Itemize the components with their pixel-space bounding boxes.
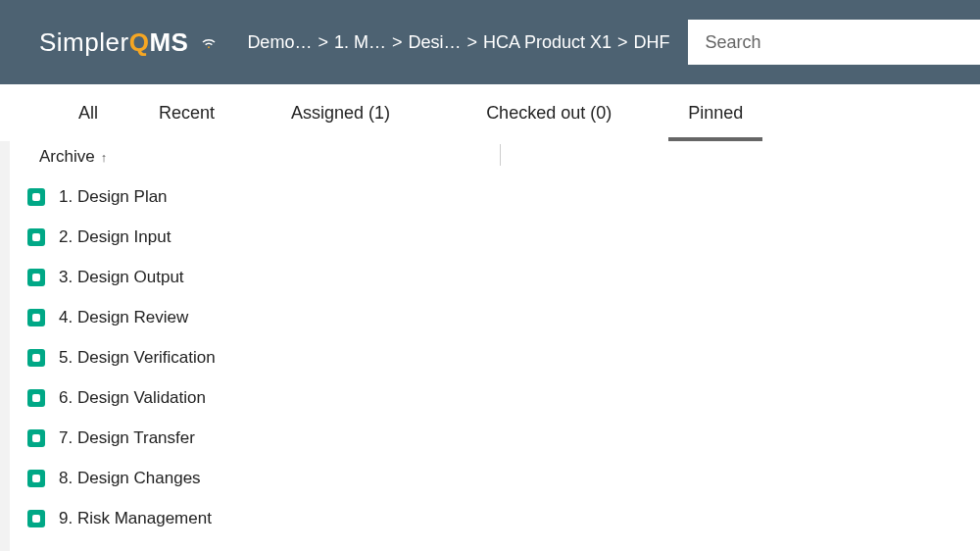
list-item[interactable]: 9. Risk Management bbox=[27, 498, 980, 538]
breadcrumb-segment[interactable]: Desi… bbox=[408, 32, 461, 53]
content-area: Archive ↑ 1. Design Plan 2. Design Input… bbox=[0, 141, 980, 551]
folder-icon bbox=[27, 228, 45, 246]
logo-text: SimplerQMS bbox=[39, 27, 188, 58]
list-item[interactable]: 3. Design Output bbox=[27, 257, 980, 297]
tab-assigned[interactable]: Assigned (1) bbox=[271, 84, 410, 141]
list-item-label: 3. Design Output bbox=[59, 268, 184, 287]
tab-bar: All Recent Assigned (1) Checked out (0) … bbox=[0, 84, 980, 141]
chevron-right-icon: > bbox=[617, 32, 628, 53]
folder-icon bbox=[27, 349, 45, 367]
list-item[interactable]: 5. Design Verification bbox=[27, 337, 980, 377]
breadcrumb-segment[interactable]: 1. M… bbox=[334, 32, 386, 53]
chevron-right-icon: > bbox=[392, 32, 403, 53]
chevron-right-icon: > bbox=[466, 32, 477, 53]
folder-list: 1. Design Plan 2. Design Input 3. Design… bbox=[10, 176, 980, 538]
wifi-icon bbox=[200, 33, 218, 51]
folder-icon bbox=[27, 269, 45, 286]
folder-icon bbox=[27, 470, 45, 487]
list-item-label: 4. Design Review bbox=[59, 308, 188, 327]
svg-point-0 bbox=[208, 46, 210, 48]
column-header-archive[interactable]: Archive ↑ bbox=[10, 141, 980, 176]
list-item[interactable]: 8. Design Changes bbox=[27, 458, 980, 498]
folder-icon bbox=[27, 309, 45, 326]
column-header-label: Archive bbox=[39, 147, 95, 167]
list-item-label: 6. Design Validation bbox=[59, 388, 206, 408]
breadcrumb-segment[interactable]: HCA Product X1 bbox=[483, 32, 612, 53]
folder-icon bbox=[27, 188, 45, 206]
list-item[interactable]: 7. Design Transfer bbox=[27, 418, 980, 458]
chevron-right-icon: > bbox=[318, 32, 328, 53]
list-item-label: 8. Design Changes bbox=[59, 469, 201, 488]
app-header: SimplerQMS Demo… > 1. M… > Desi… > HCA P… bbox=[0, 0, 980, 84]
search-box[interactable] bbox=[688, 20, 980, 65]
breadcrumb-segment[interactable]: DHF bbox=[634, 32, 670, 53]
list-item-label: 1. Design Plan bbox=[59, 187, 168, 207]
list-item[interactable]: 6. Design Validation bbox=[27, 377, 980, 418]
breadcrumb: Demo… > 1. M… > Desi… > HCA Product X1 >… bbox=[247, 32, 669, 53]
breadcrumb-segment[interactable]: Demo… bbox=[247, 32, 312, 53]
folder-icon bbox=[27, 389, 45, 407]
list-item-label: 2. Design Input bbox=[59, 227, 171, 247]
folder-icon bbox=[27, 429, 45, 447]
list-item[interactable]: 2. Design Input bbox=[27, 217, 980, 257]
tab-pinned[interactable]: Pinned bbox=[668, 84, 762, 141]
sort-asc-icon: ↑ bbox=[101, 150, 108, 165]
list-item-label: 7. Design Transfer bbox=[59, 428, 195, 448]
main-panel: Archive ↑ 1. Design Plan 2. Design Input… bbox=[10, 141, 980, 551]
folder-icon bbox=[27, 510, 45, 527]
tab-recent[interactable]: Recent bbox=[139, 84, 234, 141]
tab-checked-out[interactable]: Checked out (0) bbox=[466, 84, 631, 141]
list-item[interactable]: 1. Design Plan bbox=[27, 176, 980, 217]
search-input[interactable] bbox=[706, 32, 962, 53]
tab-all[interactable]: All bbox=[59, 84, 118, 141]
left-gutter bbox=[0, 141, 10, 551]
column-divider bbox=[500, 144, 501, 166]
list-item-label: 9. Risk Management bbox=[59, 509, 212, 528]
app-logo[interactable]: SimplerQMS bbox=[39, 27, 218, 58]
list-item[interactable]: 4. Design Review bbox=[27, 297, 980, 337]
list-item-label: 5. Design Verification bbox=[59, 348, 216, 368]
